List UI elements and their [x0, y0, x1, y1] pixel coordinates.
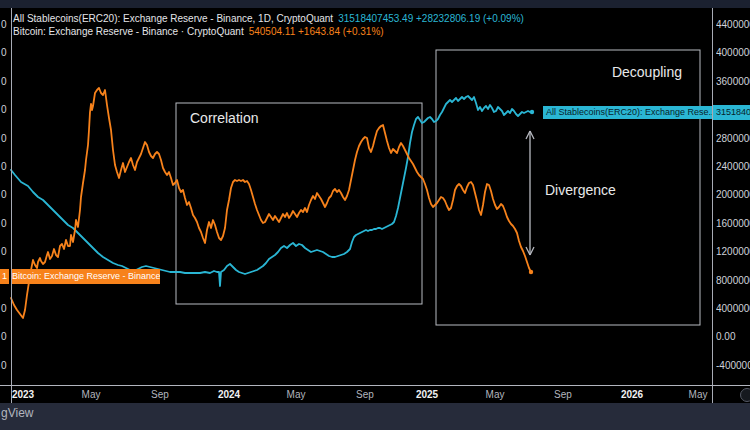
y-axis-tick-fragment: 0 [1, 47, 7, 58]
decoupling-annotation-label: Decoupling [612, 64, 682, 80]
x-axis-tick-label: May [287, 389, 306, 400]
y-axis-tick-label: 36000000000 [716, 76, 750, 87]
y-axis-tick-label: -4000000000 [716, 360, 750, 371]
x-axis-tick-label: Sep [554, 389, 572, 400]
y-axis-tick-label: 20000000000 [716, 189, 750, 200]
y-axis-tick-label: 28000000000 [716, 133, 750, 144]
y-axis-tick-fragment: 0 [1, 133, 7, 144]
y-axis-tick-label: 24000000000 [716, 161, 750, 172]
tradingview-logo-text[interactable]: gView [1, 406, 33, 420]
y-axis-tick-label: 0.00 [716, 331, 750, 342]
y-axis-tick-fragment: 0 [1, 189, 7, 200]
y-axis-tick-label: 12000000000 [716, 246, 750, 257]
x-axis-tick-label: May [486, 389, 505, 400]
y-axis-tick-fragment: 0 [1, 303, 7, 314]
y-axis-tick-fragment: 0 [1, 246, 7, 257]
legend: All Stablecoins(ERC20): Exchange Reserve… [13, 12, 524, 38]
y-axis-tick-fragment: 0 [1, 76, 7, 87]
y-axis-tick-label: 4000000000 [716, 303, 750, 314]
stablecoins-series-title: All Stablecoins(ERC20): Exchange Reserve… [13, 13, 333, 24]
y-axis-tick-fragment: 0 [1, 19, 7, 30]
y-axis-tick-fragment: 0 [1, 161, 7, 172]
y-axis-tick-fragment: 0 [1, 218, 7, 229]
x-axis-tick-label: 2023 [12, 389, 34, 400]
series-last-point [530, 110, 534, 114]
y-axis-tick-label: 44000000000 [716, 19, 750, 30]
x-axis-tick-label: May [82, 389, 101, 400]
left-price-axis-line [11, 8, 12, 403]
series-last-point [529, 270, 533, 274]
x-axis-tick-label: 2024 [218, 389, 240, 400]
y-axis-tick-label: 8000000000 [716, 275, 750, 286]
stablecoins-series-values: 31518407453.49 +28232806.19 (+0.09%) [338, 13, 524, 24]
axis-settings-icon[interactable] [740, 388, 750, 402]
bitcoin-price-tag: 1 [0, 269, 9, 284]
right-price-axis-line [712, 8, 713, 403]
bitcoin-series-values: 540504.11 +1643.84 (+0.31%) [249, 26, 384, 37]
y-axis-tick-fragment: 0 [1, 360, 7, 371]
stablecoins-price-tag: 31518407453.49 [713, 105, 750, 120]
x-axis-tick-label: 2026 [621, 389, 643, 400]
stablecoins-last-value-badge: All Stablecoins(ERC20): Exchange Rese... [543, 106, 712, 119]
legend-row-stablecoins[interactable]: All Stablecoins(ERC20): Exchange Reserve… [13, 12, 524, 25]
x-axis-tick-label: 2025 [416, 389, 438, 400]
bitcoin-series-title: Bitcoin: Exchange Reserve - Binance · Cr… [13, 26, 244, 37]
legend-row-bitcoin[interactable]: Bitcoin: Exchange Reserve - Binance · Cr… [13, 25, 524, 38]
x-axis-tick-label: May [689, 389, 708, 400]
y-axis-tick-fragment: 0 [1, 331, 7, 342]
divergence-annotation-label: Divergence [545, 182, 616, 198]
bottom-toolbar [0, 403, 750, 430]
y-axis-tick-fragment: 0 [1, 104, 7, 115]
y-axis-tick-label: 16000000000 [716, 218, 750, 229]
bitcoin-last-value-badge: Bitcoin: Exchange Reserve - Binance [12, 269, 160, 284]
chart-window: All Stablecoins(ERC20): Exchange Reserve… [0, 0, 750, 430]
time-axis-line [0, 385, 750, 386]
correlation-annotation-label: Correlation [190, 110, 258, 126]
y-axis-tick-label: 40000000000 [716, 47, 750, 58]
x-axis-tick-label: Sep [151, 389, 169, 400]
x-axis-tick-label: Sep [356, 389, 374, 400]
